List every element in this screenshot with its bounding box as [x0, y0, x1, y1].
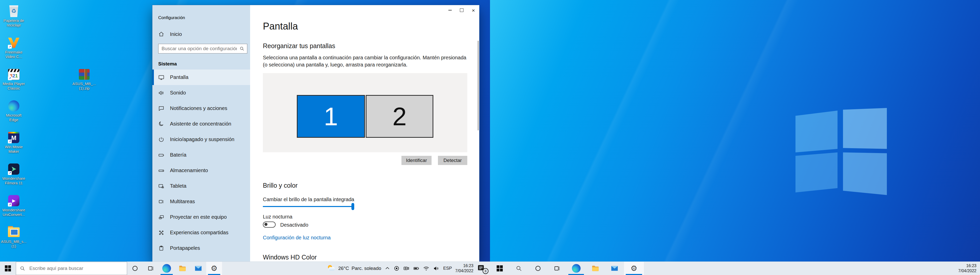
icon-label: (1).zip: [73, 86, 96, 91]
close-button[interactable]: ×: [468, 5, 479, 15]
taskbar-clock[interactable]: 16:23 7/04/2022: [958, 263, 977, 273]
shortcut-arrow-icon: ↗: [8, 171, 12, 175]
tray-network-button[interactable]: [423, 266, 430, 271]
notification-icon: [158, 106, 164, 112]
settings-window: Configuración Inicio Sistema: [152, 5, 479, 262]
folder-icon: [8, 228, 20, 237]
mail-icon: [611, 264, 619, 272]
open-app-indicator: [161, 274, 173, 275]
start-button[interactable]: [490, 262, 509, 275]
identify-button[interactable]: Identificar: [401, 156, 431, 165]
sidebar-item-proyectar[interactable]: Proyectar en este equipo: [152, 209, 250, 225]
sidebar-item-almacenamiento[interactable]: Almacenamiento: [152, 163, 250, 178]
taskbar-search-input[interactable]: [29, 266, 117, 272]
task-view-button[interactable]: [143, 262, 159, 275]
sidebar-section-label: Sistema: [158, 61, 177, 67]
gear-icon: ⚙: [211, 265, 218, 272]
taskbar-search-button[interactable]: [509, 262, 528, 275]
night-light-label: Luz nocturna: [263, 214, 293, 220]
hidden-icons-chevron[interactable]: [385, 266, 390, 271]
language-indicator[interactable]: ESP: [443, 266, 452, 271]
action-center-button[interactable]: 8: [477, 264, 488, 273]
cortana-icon: [132, 265, 138, 272]
detect-button[interactable]: Detectar: [438, 156, 467, 165]
record-icon: [393, 266, 400, 272]
icon-label: Edge: [6, 118, 22, 122]
taskbar-search-box[interactable]: [16, 262, 127, 275]
sidebar-item-notificaciones[interactable]: Notificaciones y acciones: [152, 101, 250, 116]
settings-search-box[interactable]: [158, 44, 247, 54]
desktop-icon-edge[interactable]: MicrosoftEdge: [2, 100, 25, 122]
sidebar-item-portapapeles[interactable]: Portapapeles: [152, 240, 250, 256]
taskbar-clock[interactable]: 16:23 7/04/2022: [455, 263, 473, 273]
taskbar-explorer-button[interactable]: [175, 262, 190, 275]
system-tray: 26°C Parc. soleado: [328, 262, 490, 275]
multitask-icon: [158, 199, 164, 205]
icon-label: Wondershare: [2, 208, 25, 212]
sidebar-item-sonido[interactable]: Sonido: [152, 85, 250, 101]
windows-logo-icon: [5, 266, 11, 272]
tray-record-button[interactable]: [393, 266, 400, 272]
night-light-toggle[interactable]: [263, 221, 275, 228]
desktop-icon-asus-folder[interactable]: ASUS_MB_s...(1): [2, 226, 25, 248]
monitor-panel-buttons: Identificar Detectar: [263, 156, 467, 165]
taskbar-primary: ⚙ 26°C Parc. soleado: [0, 261, 490, 275]
rearrange-description: Selecciona una pantalla a continuación p…: [263, 54, 472, 68]
desktop-icon-asus-zip[interactable]: ASUS_MB_...(1).zip: [73, 68, 96, 91]
taskbar-edge-button[interactable]: [566, 262, 586, 275]
sidebar-item-tableta[interactable]: Tableta: [152, 178, 250, 194]
content-scrollbar[interactable]: [478, 41, 479, 130]
task-view-button[interactable]: [547, 262, 566, 275]
tray-battery-button[interactable]: [413, 266, 420, 272]
maximize-button[interactable]: [456, 5, 468, 15]
settings-search-input[interactable]: [159, 46, 237, 51]
taskbar-edge-button[interactable]: [159, 262, 175, 275]
tray-camera-button[interactable]: [403, 266, 410, 272]
night-light-settings-link[interactable]: Configuración de luz nocturna: [263, 235, 331, 241]
sidebar-item-asistente[interactable]: Asistente de concentración: [152, 116, 250, 132]
minimize-button[interactable]: [444, 5, 456, 15]
monitor-2-rect[interactable]: 2: [366, 95, 433, 138]
weather-widget[interactable]: 26°C Parc. soleado: [328, 265, 381, 272]
taskbar-settings-button[interactable]: ⚙: [206, 262, 222, 275]
sidebar-home-label: Inicio: [170, 31, 182, 37]
desktop-icon-filmora[interactable]: ↗ WondershareFilmora 11: [2, 163, 25, 185]
file-explorer-icon: [591, 264, 600, 273]
sidebar-item-home[interactable]: Inicio: [158, 30, 245, 39]
gear-icon: ⚙: [631, 265, 638, 272]
monitor-1-rect[interactable]: 1: [297, 95, 365, 138]
desktop-icon-win-movie-maker[interactable]: M ↗ Win MovieMaker: [2, 131, 25, 154]
sidebar-item-escritorio-remoto[interactable]: Escritorio remoto: [152, 256, 250, 262]
sidebar-item-pantalla[interactable]: Pantalla: [152, 70, 250, 85]
project-icon: [158, 214, 164, 220]
search-icon[interactable]: [239, 46, 245, 51]
start-button[interactable]: [0, 262, 16, 275]
clock-date: 7/04/2022: [455, 269, 473, 273]
search-icon: [20, 266, 25, 271]
brightness-slider-track[interactable]: [263, 206, 354, 207]
tray-volume-button[interactable]: [433, 266, 440, 272]
desktop-icon-uniconverter[interactable]: ▶ ↗ WondershareUniConvert...: [2, 194, 25, 217]
desktop-icon-recycle-bin[interactable]: ♻ Papelera dereciclaje: [2, 5, 25, 27]
sidebar-item-bateria[interactable]: Batería: [152, 147, 250, 163]
brightness-slider[interactable]: [263, 203, 354, 210]
close-icon: ×: [472, 8, 475, 13]
sidebar-item-experiencias[interactable]: Experiencias compartidas: [152, 225, 250, 240]
sidebar-item-multitareas[interactable]: Multitareas: [152, 194, 250, 209]
weather-condition: Parc. soleado: [352, 266, 381, 271]
taskbar-mail-button[interactable]: [605, 262, 624, 275]
sidebar-item-label: Notificaciones y acciones: [170, 106, 228, 111]
sidebar-item-inicio-apagado[interactable]: Inicio/apagado y suspensión: [152, 132, 250, 147]
desktop-icon-media-player-classic[interactable]: 321 ↗ Media PlayerClassic: [2, 68, 25, 91]
toggle-knob: [264, 223, 267, 226]
taskbar-settings-button[interactable]: ⚙: [624, 262, 644, 275]
taskbar-mail-button[interactable]: [190, 262, 206, 275]
cortana-button[interactable]: [127, 262, 143, 275]
maximize-icon: [460, 8, 463, 12]
desktop-icon-freemake[interactable]: ↗ FreemakeVideo C...: [2, 37, 25, 59]
brightness-slider-thumb[interactable]: [352, 203, 354, 210]
cortana-button[interactable]: [528, 262, 547, 275]
taskbar-explorer-button[interactable]: [586, 262, 605, 275]
storage-icon: [158, 168, 164, 174]
camera-icon: [403, 266, 410, 272]
